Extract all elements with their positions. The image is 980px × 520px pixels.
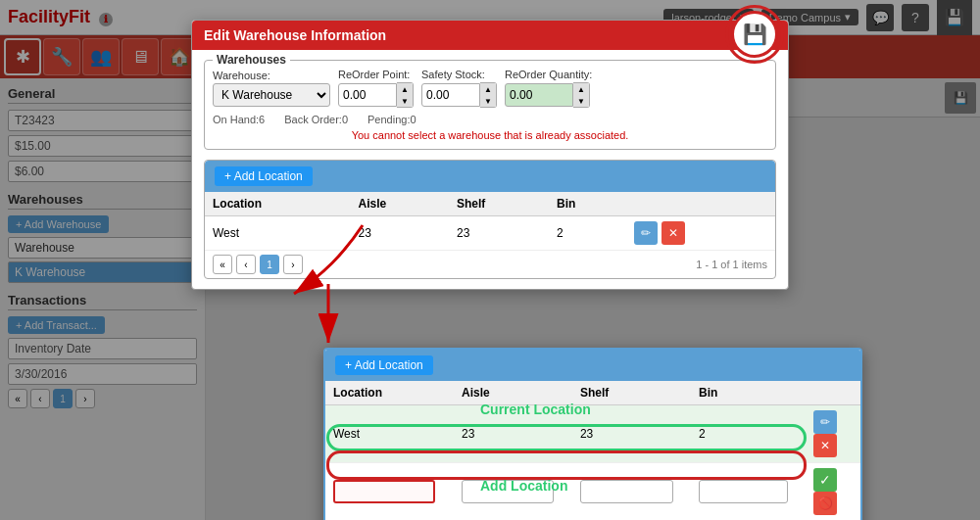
popup2-row1-aisle: 23 — [454, 405, 572, 463]
row1-shelf: 23 — [449, 216, 549, 251]
warehouses-box: Warehouses Warehouse: K Warehouse ReOrde… — [204, 60, 776, 150]
warehouse-select[interactable]: K Warehouse — [213, 83, 330, 107]
safety-stock-input[interactable] — [421, 83, 480, 107]
popup2-col-shelf: Shelf — [572, 381, 691, 405]
cancel-new-row-button[interactable]: 🚫 — [813, 492, 837, 515]
stock-info-row: On Hand:6 Back Order:0 Pending:0 — [213, 114, 767, 125]
col-location: Location — [205, 192, 350, 216]
reorder-point-input[interactable] — [338, 83, 397, 107]
pending-label: Pending:0 — [368, 114, 416, 125]
safety-stock-down[interactable]: ▼ — [480, 95, 496, 107]
popup2-row1: West 23 23 2 ✏ ✕ — [325, 405, 860, 463]
popup2-row1-actions: ✏ ✕ — [806, 405, 860, 463]
popup2-row1-edit-button[interactable]: ✏ — [813, 410, 837, 434]
reorder-qty-spinner: ▲ ▼ — [505, 82, 590, 108]
popup2-row1-shelf: 23 — [572, 405, 691, 463]
popup2-new-row: ✓ 🚫 — [325, 463, 860, 521]
reorder-qty-label: ReOrder Quantity: — [505, 69, 592, 80]
loc-page-1-btn[interactable]: 1 — [260, 255, 279, 274]
popup2-col-bin: Bin — [691, 381, 806, 405]
popup2-new-bin-cell — [691, 463, 806, 521]
locations-popup2: + Add Location Location Aisle Shelf Bin … — [323, 348, 862, 520]
safety-stock-spinner: ▲ ▼ — [421, 82, 497, 108]
reorder-point-down[interactable]: ▼ — [397, 95, 413, 107]
new-aisle-input[interactable] — [462, 480, 554, 503]
pagination-info: 1 - 1 of 1 items — [696, 259, 767, 270]
reorder-point-up[interactable]: ▲ — [397, 83, 413, 95]
loc-prev-btn[interactable]: ‹ — [236, 255, 256, 274]
confirm-new-row-button[interactable]: ✓ — [813, 468, 837, 492]
safety-stock-up[interactable]: ▲ — [480, 83, 496, 95]
row1-edit-button[interactable]: ✏ — [634, 221, 658, 245]
warehouses-box-title: Warehouses — [213, 53, 290, 67]
locations-section: + Add Location Location Aisle Shelf Bin … — [204, 160, 776, 279]
reorder-qty-down[interactable]: ▼ — [573, 95, 589, 107]
reorder-qty-input[interactable] — [505, 83, 573, 107]
row1-location: West — [205, 216, 350, 251]
col-actions — [626, 192, 775, 216]
reorder-point-spinner: ▲ ▼ — [338, 82, 414, 108]
loc-first-btn[interactable]: « — [213, 255, 232, 274]
warehouse-modal: Edit Warehouse Information × 💾 Warehouse… — [191, 20, 789, 290]
modal-save-icon: 💾 — [743, 23, 767, 46]
popup2-new-location-cell — [325, 463, 454, 521]
warehouse-form-row: Warehouse: K Warehouse ReOrder Point: ▲ … — [213, 69, 767, 108]
modal-save-button[interactable]: 💾 — [731, 11, 778, 58]
popup2-table: Location Aisle Shelf Bin West 23 23 2 ✏ … — [325, 381, 860, 520]
table-row: West 23 23 2 ✏ ✕ — [205, 216, 775, 251]
modal-body: Warehouses Warehouse: K Warehouse ReOrde… — [192, 50, 788, 289]
popup2-header: + Add Location — [325, 350, 860, 381]
popup2-new-actions: ✓ 🚫 — [806, 463, 860, 521]
locations-header: + Add Location — [205, 161, 775, 192]
popup2-row1-location: West — [325, 405, 454, 463]
row1-bin: 2 — [549, 216, 627, 251]
popup2-new-aisle-cell — [454, 463, 572, 521]
reorder-point-label: ReOrder Point: — [338, 69, 410, 80]
add-location-button[interactable]: + Add Location — [215, 166, 313, 186]
popup2-col-location: Location — [325, 381, 454, 405]
popup2-new-shelf-cell — [572, 463, 691, 521]
new-location-input[interactable] — [333, 480, 435, 503]
warning-text: You cannot select a warehouse that is al… — [213, 129, 767, 141]
locations-pagination: « ‹ 1 › 1 - 1 of 1 items — [205, 251, 775, 278]
row1-aisle: 23 — [350, 216, 449, 251]
warehouse-label: Warehouse: — [213, 70, 270, 81]
back-order-label: Back Order:0 — [284, 114, 348, 125]
popup2-body: Location Aisle Shelf Bin West 23 23 2 ✏ … — [325, 381, 860, 520]
locations-table: Location Aisle Shelf Bin West 23 23 2 — [205, 192, 775, 251]
loc-next-btn[interactable]: › — [283, 255, 303, 274]
col-shelf: Shelf — [449, 192, 549, 216]
col-bin: Bin — [549, 192, 627, 216]
popup2-row1-delete-button[interactable]: ✕ — [813, 434, 837, 457]
popup2-col-actions — [806, 381, 860, 405]
row1-delete-button[interactable]: ✕ — [662, 221, 685, 245]
row1-actions: ✏ ✕ — [626, 216, 775, 251]
popup2-row1-bin: 2 — [691, 405, 806, 463]
new-shelf-input[interactable] — [580, 480, 673, 503]
on-hand-label: On Hand:6 — [213, 114, 265, 125]
popup2-add-location-button[interactable]: + Add Location — [335, 355, 433, 375]
new-bin-input[interactable] — [699, 480, 788, 503]
safety-stock-label: Safety Stock: — [421, 69, 485, 80]
modal-title: Edit Warehouse Information — [204, 27, 386, 43]
reorder-qty-up[interactable]: ▲ — [573, 83, 589, 95]
modal-header: Edit Warehouse Information × — [192, 21, 788, 50]
col-aisle: Aisle — [350, 192, 449, 216]
popup2-col-aisle: Aisle — [454, 381, 572, 405]
